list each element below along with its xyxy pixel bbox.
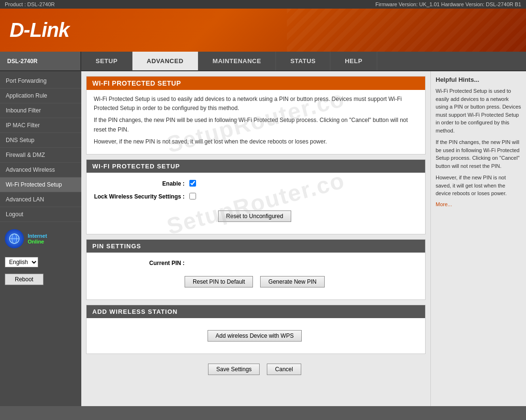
language-select[interactable]: English — [5, 257, 38, 267]
reset-pin-button[interactable]: Reset PIN to Default — [185, 276, 253, 287]
sidebar-item-logout[interactable]: Logout — [0, 207, 81, 222]
help-para-2: If the PIN changes, the new PIN will be … — [436, 138, 521, 170]
tab-maintenance[interactable]: MAINTENANCE — [198, 52, 276, 70]
nav-brand: DSL-2740R — [0, 52, 81, 70]
main: Port Forwarding Application Rule Inbound… — [0, 71, 526, 406]
pin-buttons-row: Reset PIN to Default Generate New PIN — [94, 271, 418, 292]
enable-checkbox[interactable] — [189, 180, 196, 187]
sidebar-item-wifi-protected-setup[interactable]: Wi-Fi Protected Setup — [0, 177, 81, 192]
top-bar: Product : DSL-2740R Firmware Version: UK… — [0, 0, 526, 9]
add-wps-button[interactable]: Add wireless Device with WPS — [208, 330, 302, 342]
generate-pin-button[interactable]: Generate New PIN — [260, 276, 325, 287]
add-station-body: Add wireless Device with WPS — [87, 318, 425, 354]
sidebar-item-advanced-wireless[interactable]: Advanced Wireless — [0, 163, 81, 177]
lock-checkbox[interactable] — [189, 193, 196, 199]
info-box: WI-FI PROTECTED SETUP SetupRouter.co Wi-… — [86, 76, 426, 155]
info-box-header: WI-FI PROTECTED SETUP — [87, 77, 425, 90]
info-line-1: Wi-Fi Protected Setup is used to easily … — [94, 95, 418, 113]
internet-icon — [9, 233, 20, 244]
info-box-body: SetupRouter.co Wi-Fi Protected Setup is … — [87, 90, 425, 154]
sidebar-item-dns-setup[interactable]: DNS Setup — [0, 133, 81, 148]
status-icon — [5, 229, 24, 248]
current-pin-row: Current PIN : — [94, 260, 418, 266]
language-selector-wrap: English — [0, 253, 81, 271]
enable-control — [189, 180, 196, 188]
cancel-button[interactable]: Cancel — [267, 364, 301, 375]
wps-section-header: WI-FI PROTECTED SETUP — [87, 160, 425, 173]
pin-section-header: PIN SETTINGS — [87, 240, 425, 253]
nav: DSL-2740R SETUP ADVANCED MAINTENANCE STA… — [0, 52, 526, 71]
product-label: Product : DSL-2740R — [5, 1, 55, 7]
help-panel: Helpful Hints... Wi-Fi Protected Setup i… — [430, 71, 526, 406]
sidebar-item-port-forwarding[interactable]: Port Forwarding — [0, 74, 81, 88]
add-station-section: ADD WIRELESS STATION Add wireless Device… — [86, 305, 426, 354]
sidebar-item-application-rule[interactable]: Application Rule — [0, 88, 81, 103]
online-label: Online — [28, 239, 47, 244]
reboot-button-wrap: Reboot — [0, 271, 81, 287]
help-more-link[interactable]: More... — [436, 201, 452, 207]
internet-label: Internet — [28, 233, 47, 239]
sidebar-item-inbound-filter[interactable]: Inbound Filter — [0, 103, 81, 118]
status-text: Internet Online — [28, 233, 47, 244]
enable-label: Enable : — [94, 180, 189, 187]
help-para-3: However, if the new PIN is not saved, it… — [436, 174, 521, 198]
current-pin-label: Current PIN : — [94, 260, 189, 266]
logo: D-Link — [10, 19, 69, 42]
info-line-2: If the PIN changes, the new PIN will be … — [94, 116, 418, 134]
lock-row: Lock Wireless Security Settings : — [94, 193, 418, 201]
wps-section: WI-FI PROTECTED SETUP SetupRouter.co Ena… — [86, 159, 426, 234]
header: D-Link — [0, 9, 526, 52]
firmware-label: Firmware Version: UK_1.01 Hardware Versi… — [375, 1, 521, 7]
tab-help[interactable]: HELP — [330, 52, 377, 70]
reset-unconfigured-row: Reset to Unconfigured — [94, 206, 418, 227]
sidebar-item-advanced-lan[interactable]: Advanced LAN — [0, 192, 81, 207]
tab-status[interactable]: STATUS — [276, 52, 330, 70]
bottom-buttons: Save Settings Cancel — [86, 359, 426, 380]
reboot-button[interactable]: Reboot — [5, 274, 44, 285]
sidebar-item-ip-mac-filter[interactable]: IP MAC Filter — [0, 118, 81, 133]
add-station-header: ADD WIRELESS STATION — [87, 305, 425, 318]
tab-setup[interactable]: SETUP — [81, 52, 132, 70]
reset-unconfigured-button[interactable]: Reset to Unconfigured — [218, 210, 291, 222]
pin-section-body: Current PIN : Reset PIN to Default Gener… — [87, 253, 425, 299]
save-settings-button[interactable]: Save Settings — [208, 364, 260, 375]
watermark-2: SetupRouter.co — [164, 167, 348, 240]
enable-row: Enable : — [94, 180, 418, 188]
lock-label: Lock Wireless Security Settings : — [94, 193, 189, 200]
content: WI-FI PROTECTED SETUP SetupRouter.co Wi-… — [81, 71, 430, 406]
sidebar-item-firewall-dmz[interactable]: Firewall & DMZ — [0, 148, 81, 163]
sidebar: Port Forwarding Application Rule Inbound… — [0, 71, 81, 406]
lock-control — [189, 193, 196, 201]
tab-advanced[interactable]: ADVANCED — [132, 52, 198, 70]
info-line-3: However, if the new PIN is not saved, it… — [94, 137, 418, 146]
add-wps-button-row: Add wireless Device with WPS — [94, 325, 418, 346]
help-para-1: Wi-Fi Protected Setup is used to easily … — [436, 87, 521, 134]
help-title: Helpful Hints... — [436, 76, 521, 83]
wps-section-body: SetupRouter.co Enable : Lock Wireless Se… — [87, 173, 425, 234]
sidebar-status: Internet Online — [0, 224, 81, 253]
pin-section: PIN SETTINGS Current PIN : Reset PIN to … — [86, 239, 426, 300]
